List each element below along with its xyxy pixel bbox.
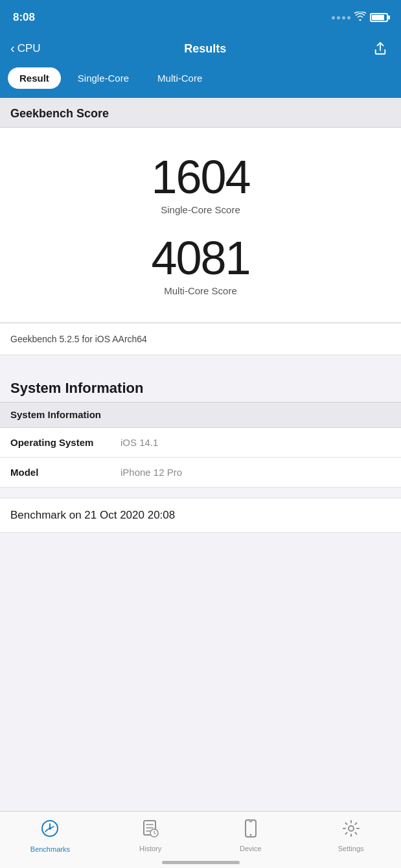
tab-history[interactable]: History [100, 819, 201, 852]
tab-device[interactable]: Device [201, 819, 301, 852]
system-info-group-label: System Information [10, 409, 101, 420]
model-row: Model iPhone 12 Pro [0, 458, 401, 487]
tab-settings[interactable]: Settings [301, 819, 401, 852]
score-card: 1604 Single-Core Score 4081 Multi-Core S… [0, 128, 401, 323]
signal-dot-1 [332, 16, 335, 19]
single-core-label: Single-Core Score [13, 204, 388, 215]
status-time: 8:08 [13, 11, 35, 24]
multi-core-score: 4081 [13, 235, 388, 281]
system-info-group-header: System Information [0, 402, 401, 428]
share-button[interactable] [370, 38, 391, 59]
wifi-icon [354, 12, 366, 23]
svg-point-5 [249, 834, 251, 836]
os-key: Operating System [10, 437, 120, 448]
back-label: CPU [17, 42, 41, 55]
os-row: Operating System iOS 14.1 [0, 428, 401, 458]
signal-dots-icon [332, 16, 350, 19]
signal-dot-4 [347, 16, 350, 19]
battery-icon [370, 13, 388, 22]
back-button[interactable]: ‹ CPU [10, 41, 41, 56]
settings-tab-label: Settings [338, 845, 364, 852]
model-value: iPhone 12 Pro [120, 467, 182, 478]
signal-dot-2 [337, 16, 340, 19]
geekbench-score-title: Geekbench Score [10, 107, 109, 120]
tab-bar: Result Single-Core Multi-Core [0, 67, 401, 98]
os-value: iOS 14.1 [120, 437, 158, 448]
back-chevron-icon: ‹ [10, 41, 15, 56]
device-tab-label: Device [240, 845, 262, 852]
single-core-score: 1604 [13, 154, 388, 200]
history-icon [142, 819, 159, 842]
signal-dot-3 [342, 16, 345, 19]
tab-result[interactable]: Result [8, 67, 61, 89]
benchmark-date: Benchmark on 21 Oct 2020 20:08 [0, 498, 401, 533]
nav-bar: ‹ CPU Results [0, 32, 401, 67]
page-title: Results [184, 42, 226, 56]
system-info-title: System Information [10, 380, 143, 396]
tab-single-core[interactable]: Single-Core [66, 67, 141, 89]
device-icon [244, 819, 257, 842]
benchmarks-tab-label: Benchmarks [30, 845, 70, 853]
history-tab-label: History [139, 845, 161, 852]
version-info: Geekbench 5.2.5 for iOS AArch64 [0, 323, 401, 355]
share-icon [373, 41, 387, 56]
benchmarks-icon [40, 819, 60, 843]
status-icons [332, 12, 388, 23]
svg-point-7 [349, 826, 354, 831]
home-indicator [162, 861, 240, 864]
multi-core-label: Multi-Core Score [13, 285, 388, 296]
tab-multi-core[interactable]: Multi-Core [146, 67, 214, 89]
geekbench-score-header: Geekbench Score [0, 98, 401, 128]
tab-benchmarks[interactable]: Benchmarks [0, 819, 100, 853]
model-key: Model [10, 467, 120, 478]
settings-icon [342, 819, 360, 842]
status-bar: 8:08 [0, 0, 401, 32]
battery-fill [372, 15, 384, 20]
bottom-tab-bar: Benchmarks History Device [0, 811, 401, 868]
system-info-section: System Information System Information Op… [0, 371, 401, 487]
system-info-title-row: System Information [0, 371, 401, 402]
